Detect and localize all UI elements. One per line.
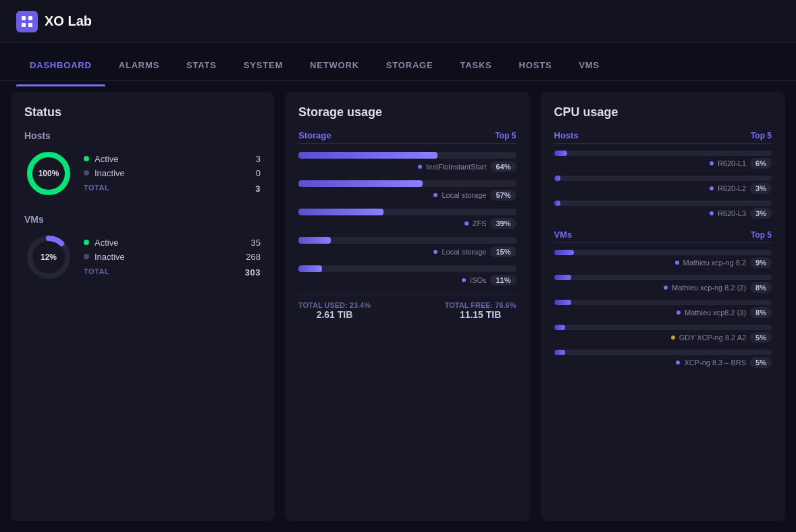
cpu-vm-name-2: Mathieu xcp-ng 8.2 (2) (672, 284, 746, 292)
cpu-vm-dot-4 (671, 336, 675, 340)
vms-inactive-count: 268 (246, 252, 261, 262)
storage-title: Storage usage (298, 105, 516, 119)
svg-rect-2 (22, 23, 26, 27)
bar-dot-2 (433, 193, 437, 197)
bar-fill-5 (298, 265, 322, 272)
total-used-label: TOTAL USED: 23.4% (298, 301, 371, 309)
hosts-active-count: 3 (256, 154, 261, 164)
cpu-hosts-bars: R620-L1 6% R620-L2 3% (554, 151, 772, 219)
cpu-vm-bar-4: GDY XCP-ng 8.2 A2 5% (554, 325, 772, 343)
vms-total-count: 303 (245, 267, 261, 277)
storage-bar-3: ZFS 39% (298, 209, 516, 229)
cpu-host-name-1: R620-L1 (718, 159, 746, 167)
cpu-vms-label: VMs (554, 230, 573, 240)
bar-pct-1: 64% (490, 161, 516, 172)
total-free-val: 11.15 TIB (445, 309, 516, 320)
vms-title: VMs (24, 214, 261, 225)
nav-item-network[interactable]: NETWORK (296, 43, 373, 86)
cpu-vm-name-5: XCP-ng 8.3 – BRS (684, 358, 746, 367)
nav-item-tasks[interactable]: TASKS (446, 43, 505, 86)
bar-pct-5: 11% (490, 275, 516, 286)
cpu-host-pct-3: 3% (750, 208, 772, 219)
svg-rect-3 (28, 23, 32, 27)
cpu-vm-dot-2 (664, 286, 668, 290)
storage-top: Top 5 (495, 131, 516, 140)
storage-section-label: Storage (298, 130, 331, 140)
hosts-total-count: 3 (255, 184, 261, 194)
logo-icon (16, 11, 38, 32)
grid-icon (20, 15, 34, 28)
storage-card: Storage usage Storage Top 5 testFloInsta… (285, 92, 530, 521)
hosts-section: Hosts 100% Active 3 (24, 130, 261, 198)
bar-dot-1 (418, 165, 422, 169)
nav-item-stats[interactable]: STATS (173, 43, 230, 86)
cpu-vm-bar-3: Mathieu xcp8.2 (3) 8% (554, 300, 772, 318)
vms-active-label: Active (95, 238, 118, 248)
total-free-label: TOTAL FREE: 76.6% (445, 301, 516, 309)
storage-bar-4: Local storage 15% (298, 237, 516, 257)
cpu-vm-name-3: Mathieu xcp8.2 (3) (685, 309, 746, 317)
storage-bar-5: ISOs 11% (298, 265, 516, 286)
vms-row: 12% Active 35 Inactive (24, 233, 261, 282)
bar-pct-2: 57% (490, 190, 516, 201)
cpu-vm-pct-5: 5% (750, 357, 772, 368)
bar-name-4: Local storage (442, 248, 486, 256)
cpu-host-dot-3 (710, 211, 714, 215)
cpu-host-pct-1: 6% (750, 158, 772, 169)
nav-item-storage[interactable]: STORAGE (373, 43, 447, 86)
nav-item-dashboard[interactable]: DASHBOARD (16, 43, 105, 86)
cpu-vm-pct-3: 8% (750, 307, 772, 318)
nav-item-hosts[interactable]: HOSTS (506, 43, 566, 86)
bar-fill-4 (298, 237, 331, 244)
cpu-vm-bar-1: Mathieu xcp-ng 8.2 9% (554, 250, 772, 268)
cpu-vm-dot-5 (676, 361, 680, 365)
hosts-title: Hosts (24, 130, 261, 141)
cpu-host-name-2: R620-L2 (718, 184, 746, 192)
bar-dot-3 (465, 221, 469, 225)
svg-rect-1 (28, 16, 32, 20)
main-content: Status Hosts 100% Active (0, 81, 796, 532)
hosts-donut: 100% (24, 149, 73, 198)
nav-item-system[interactable]: SYSTEM (230, 43, 296, 86)
hosts-total-label: TOTAL (84, 184, 109, 194)
vms-total: TOTAL 303 (84, 267, 261, 277)
cpu-vm-pct-1: 9% (750, 257, 772, 268)
logo: XO Lab (16, 11, 92, 32)
cpu-host-dot-2 (710, 186, 714, 190)
cpu-host-pct-2: 3% (750, 183, 772, 194)
cpu-vm-bar-5: XCP-ng 8.3 – BRS 5% (554, 350, 772, 368)
status-title: Status (24, 105, 261, 119)
bar-name-2: Local storage (442, 191, 486, 199)
hosts-row: 100% Active 3 Inactive (24, 149, 261, 198)
bar-dot-4 (433, 250, 437, 254)
active-dot (84, 156, 89, 161)
storage-bar-2: Local storage 57% (298, 180, 516, 201)
vms-section: VMs 12% Active 35 (24, 214, 261, 282)
nav-item-vms[interactable]: VMS (565, 43, 613, 86)
vms-active-line: Active 35 (84, 238, 261, 248)
cpu-vms-bars: Mathieu xcp-ng 8.2 9% Mathieu xcp-ng 8.2… (554, 250, 772, 368)
hosts-active-line: Active 3 (84, 154, 261, 164)
cpu-host-bar-1: R620-L1 6% (554, 151, 772, 169)
storage-totals: TOTAL USED: 23.4% 2.61 TIB TOTAL FREE: 7… (298, 294, 516, 320)
cpu-vm-pct-2: 8% (750, 282, 772, 293)
hosts-inactive-count: 0 (256, 168, 261, 178)
nav-bar: DASHBOARD ALARMS STATS SYSTEM NETWORK ST… (0, 43, 796, 81)
cpu-vm-pct-4: 5% (750, 332, 772, 343)
bar-fill-3 (298, 209, 383, 215)
bar-name-3: ZFS (473, 219, 487, 228)
vms-inactive-label: Inactive (95, 252, 125, 262)
bar-pct-3: 39% (490, 218, 516, 229)
bar-pct-4: 15% (490, 246, 516, 257)
vms-inactive-line: Inactive 268 (84, 252, 261, 262)
cpu-vms-section: VMs Top 5 Mathieu xcp-ng 8.2 9% (554, 230, 772, 368)
vms-details: Active 35 Inactive 268 TOTAL 303 (84, 238, 261, 277)
vms-donut-label: 12% (41, 252, 57, 262)
nav-item-alarms[interactable]: ALARMS (105, 43, 173, 86)
hosts-inactive-line: Inactive 0 (84, 168, 261, 178)
bar-name-1: testFloInstantStart (426, 163, 486, 171)
storage-bars: testFloInstantStart 64% Local storage 57… (298, 152, 516, 286)
nav: DASHBOARD ALARMS STATS SYSTEM NETWORK ST… (16, 43, 613, 80)
cpu-vm-dot-1 (675, 261, 679, 265)
vms-active-count: 35 (251, 238, 261, 248)
